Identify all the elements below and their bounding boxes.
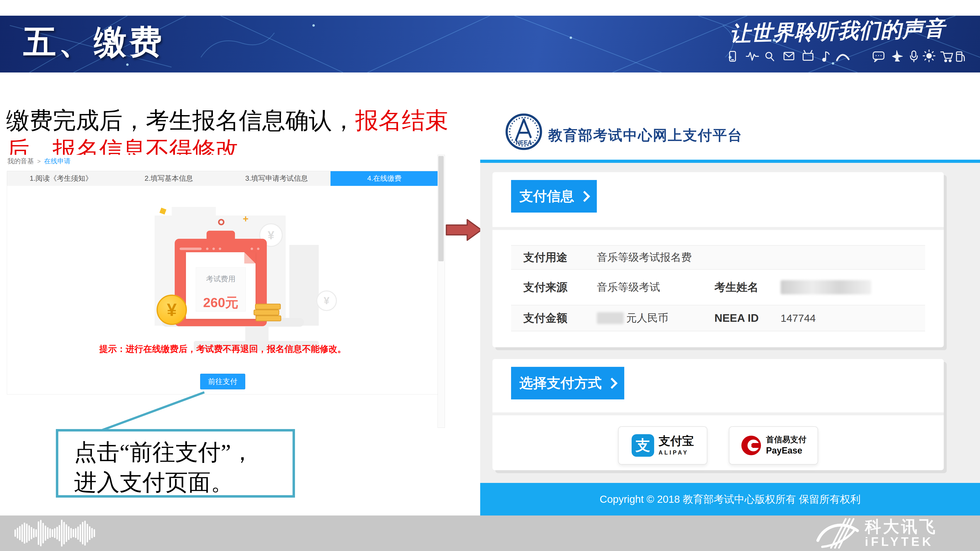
alipay-button[interactable]: 支 支付宝 ALIPAY xyxy=(618,426,707,465)
alipay-sublabel: ALIPAY xyxy=(659,449,689,456)
gas-pump-icon xyxy=(956,52,964,61)
yuan-circle-icon: ¥ xyxy=(316,291,337,311)
plus-decoration: + xyxy=(243,216,249,222)
row-label: 支付来源 xyxy=(523,280,597,295)
candidate-name-masked xyxy=(781,280,871,294)
slogan-icon-row xyxy=(725,49,965,64)
payment-step-content: ¥ ¥ + 考试费用 260元 ¥ 提示：进行在线缴费 xyxy=(7,186,439,394)
callout-line2: 进入支付页面。 xyxy=(74,467,290,498)
waveform-icon xyxy=(746,52,759,60)
phone-icon xyxy=(730,51,735,61)
callout-line1: 点击“前往支付”， xyxy=(74,437,290,467)
music-note-icon xyxy=(823,52,829,61)
breadcrumb-current[interactable]: 在线申请 xyxy=(44,157,70,165)
go-to-pay-button[interactable]: 前往支付 xyxy=(200,374,245,389)
payease-label: 首信易支付 xyxy=(766,435,807,443)
payment-method-card: 选择支付方式 支 支付宝 ALIPAY 首信易支付 xyxy=(492,359,944,470)
registration-screenshot: 我的音基>在线申请 1.阅读《考生须知》 2.填写基本信息 3.填写申请考试信息… xyxy=(5,155,440,397)
alipay-icon: 支 xyxy=(632,434,654,457)
cart-icon xyxy=(941,52,953,62)
card-divider xyxy=(492,412,944,415)
iflytek-name-en: iFLYTEK xyxy=(865,535,937,548)
callout-box: 点击“前往支付”， 进入支付页面。 xyxy=(56,429,295,498)
iflytek-name-cn: 科大讯飞 xyxy=(865,518,937,535)
neea-id-value: 147744 xyxy=(781,312,816,324)
wizard-step-bar: 1.阅读《考生须知》 2.填写基本信息 3.填写申请考试信息 4.在线缴费 xyxy=(7,171,439,186)
dot-decoration xyxy=(218,219,224,225)
copyright-bar: Copyright © 2018 教育部考试中心版权所有 保留所有权利 xyxy=(480,483,980,516)
payment-amount-partially-masked: 元人民币 xyxy=(597,311,714,325)
scrollbar-thumb[interactable] xyxy=(438,156,444,261)
payment-info-card: 支付信息 支付用途 音乐等级考试报名费 支付来源 音乐等级考试 考生姓名 支付金… xyxy=(492,172,944,347)
fee-box: 考试费用 260元 xyxy=(196,267,246,311)
clipboard-stripe xyxy=(180,248,202,250)
chat-icon xyxy=(873,52,884,62)
table-row-amount-id: 支付金额 元人民币 NEEA ID 147744 xyxy=(511,305,925,331)
row-value: 音乐等级考试 xyxy=(597,280,714,294)
tv-icon xyxy=(803,51,813,60)
clipboard-dot xyxy=(212,248,215,250)
plane-icon xyxy=(892,51,902,61)
search-icon xyxy=(766,52,774,61)
breadcrumb: 我的音基>在线申请 xyxy=(7,157,70,165)
right-arrow-icon xyxy=(445,218,483,241)
row-label2: 考生姓名 xyxy=(714,280,781,295)
fee-label: 考试费用 xyxy=(206,274,235,284)
step-tab-read-notice[interactable]: 1.阅读《考生须知》 xyxy=(7,171,115,186)
payment-info-rows: 支付用途 音乐等级考试报名费 支付来源 音乐等级考试 考生姓名 支付金额 元人民… xyxy=(511,245,925,331)
handset-icon xyxy=(837,55,849,60)
star-decoration xyxy=(159,208,166,214)
neea-logo: NEEA xyxy=(505,113,542,150)
payment-method-list: 支 支付宝 ALIPAY 首信易支付 PayEase xyxy=(492,426,944,465)
row-label: 支付用途 xyxy=(523,250,597,265)
intro-black-text: 缴费完成后，考生报名信息确认， xyxy=(6,108,355,133)
row-value: 音乐等级考试报名费 xyxy=(597,250,714,265)
fee-amount: 260元 xyxy=(203,294,239,312)
slide-footer: 科大讯飞 iFLYTEK xyxy=(0,516,980,551)
payease-sublabel: PayEase xyxy=(766,445,802,456)
page-title: 五、缴费 xyxy=(23,25,164,58)
card-divider xyxy=(492,227,944,230)
payease-icon xyxy=(741,435,762,456)
breadcrumb-root[interactable]: 我的音基 xyxy=(7,157,34,165)
payment-method-badge: 选择支付方式 xyxy=(511,367,624,399)
step-tab-online-payment[interactable]: 4.在线缴费 xyxy=(331,171,438,186)
chevron-right-icon xyxy=(579,191,590,202)
sun-icon xyxy=(923,50,935,62)
table-row-purpose: 支付用途 音乐等级考试报名费 xyxy=(511,245,925,270)
svg-text:NEEA: NEEA xyxy=(516,139,532,146)
blur-redaction xyxy=(597,312,624,324)
gold-bar-icon xyxy=(254,310,279,315)
gold-bar-icon xyxy=(255,304,281,310)
iflytek-swoosh-icon xyxy=(816,517,860,549)
chevron-right-icon xyxy=(606,378,617,389)
illustration-building-right xyxy=(290,245,319,326)
waveform-logo xyxy=(13,518,97,548)
illustration-building-top xyxy=(172,207,216,216)
mail-icon xyxy=(784,52,794,60)
clipboard-dot xyxy=(219,248,221,250)
iflytek-logo: 科大讯飞 iFLYTEK xyxy=(816,516,937,550)
clipboard-dot xyxy=(251,248,253,250)
payment-warning-text: 提示：进行在线缴费后，考试费不再退回，报名信息不能修改。 xyxy=(7,343,438,355)
mic-icon xyxy=(910,51,917,62)
step-tab-exam-info[interactable]: 3.填写申请考试信息 xyxy=(223,171,331,186)
sheet-fold-corner xyxy=(244,252,256,264)
clipboard-dot xyxy=(206,248,208,250)
clipboard-dot xyxy=(257,248,259,250)
slide: 五、缴费 让世界聆听我们的声音 缴费完成后，考生报名信息确认，报名结束后，报名信… xyxy=(0,0,980,551)
payment-site-title: 教育部考试中心网上支付平台 xyxy=(548,126,743,145)
table-row-source-name: 支付来源 音乐等级考试 考生姓名 xyxy=(511,270,925,305)
header-divider xyxy=(480,160,980,163)
row-label: 支付金额 xyxy=(523,311,597,326)
gold-bar-icon xyxy=(256,315,281,321)
payease-button[interactable]: 首信易支付 PayEase xyxy=(729,426,818,465)
illustration-stand xyxy=(245,326,269,341)
coin-icon: ¥ xyxy=(157,295,187,325)
scrollbar-track xyxy=(438,155,445,428)
alipay-label: 支付宝 xyxy=(659,435,694,447)
row-label2: NEEA ID xyxy=(714,312,781,324)
payment-info-badge: 支付信息 xyxy=(511,180,597,213)
breadcrumb-separator: > xyxy=(37,158,41,165)
step-tab-basic-info[interactable]: 2.填写基本信息 xyxy=(115,171,223,186)
